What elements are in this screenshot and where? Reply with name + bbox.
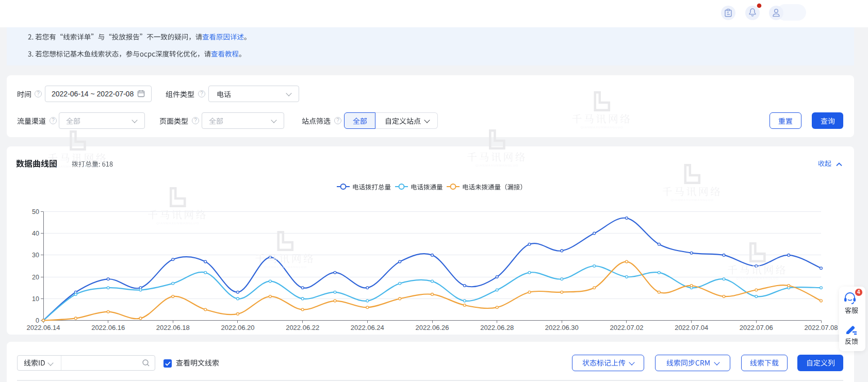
svg-text:30: 30 (32, 252, 39, 259)
svg-text:2022.06.28: 2022.06.28 (480, 324, 514, 331)
svg-text:0: 0 (36, 317, 39, 324)
svg-text:2022.06.26: 2022.06.26 (415, 324, 449, 331)
svg-text:2022.06.22: 2022.06.22 (286, 324, 319, 331)
svg-text:2022.07.06: 2022.07.06 (740, 324, 773, 331)
svg-text:2022.07.04: 2022.07.04 (675, 324, 708, 331)
svg-text:20: 20 (32, 274, 39, 281)
svg-text:2022.06.14: 2022.06.14 (26, 324, 60, 331)
svg-text:2022.07.02: 2022.07.02 (610, 324, 643, 331)
svg-text:2022.06.30: 2022.06.30 (545, 324, 579, 331)
svg-text:2022.06.24: 2022.06.24 (351, 324, 384, 331)
svg-text:2022.06.16: 2022.06.16 (91, 324, 125, 331)
svg-text:2022.06.18: 2022.06.18 (156, 324, 190, 331)
svg-text:40: 40 (32, 230, 39, 237)
svg-text:10: 10 (32, 295, 39, 303)
svg-text:2022.07.08: 2022.07.08 (804, 324, 838, 331)
svg-text:2022.06.20: 2022.06.20 (221, 324, 254, 331)
svg-text:50: 50 (32, 208, 39, 215)
